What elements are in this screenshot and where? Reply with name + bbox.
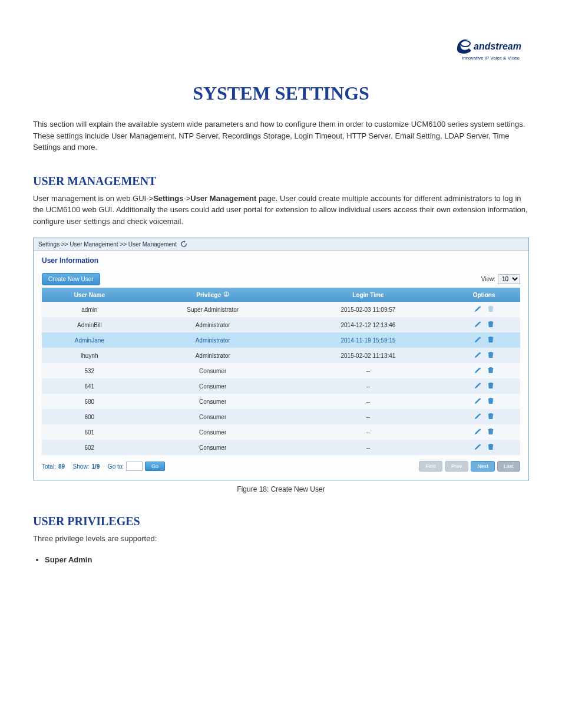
- cell-privilege: Consumer: [137, 378, 289, 394]
- cell-username: 680: [42, 394, 137, 409]
- um-path-2: User Management: [190, 194, 256, 203]
- breadcrumb: Settings >> User Management >> User Mana…: [34, 238, 528, 251]
- cell-logintime: --: [289, 409, 448, 424]
- breadcrumb-text: Settings >> User Management >> User Mana…: [38, 241, 177, 248]
- cell-logintime: --: [289, 363, 448, 378]
- list-item: Super Admin: [45, 553, 529, 566]
- edit-icon[interactable]: [474, 428, 481, 435]
- col-privilege-label: Privilege: [196, 292, 221, 298]
- table-footer-stats: Total: 89 Show: 1/9 Go to: Go: [42, 462, 165, 471]
- cell-username: 602: [42, 440, 137, 455]
- pager-first[interactable]: First: [419, 461, 442, 472]
- col-options: Options: [448, 288, 520, 302]
- cell-username: AdminJane: [42, 332, 137, 348]
- go-button[interactable]: Go: [145, 462, 165, 471]
- create-new-user-button[interactable]: Create New User: [42, 273, 100, 285]
- figure-user-management: Settings >> User Management >> User Mana…: [33, 238, 529, 480]
- cell-username: 601: [42, 424, 137, 440]
- svg-text:andstream: andstream: [474, 41, 521, 51]
- cell-username: 641: [42, 378, 137, 394]
- goto-input[interactable]: [126, 462, 143, 471]
- delete-icon[interactable]: [487, 336, 494, 343]
- figure-caption: Figure 18: Create New User: [33, 485, 529, 493]
- delete-icon[interactable]: [487, 413, 494, 420]
- table-row: 641Consumer--: [42, 378, 520, 394]
- cell-privilege: Consumer: [137, 424, 289, 440]
- edit-icon[interactable]: [474, 413, 481, 420]
- edit-icon[interactable]: [474, 382, 481, 389]
- user-table: User Name Privilege Login Time Options: [42, 288, 520, 455]
- section-user-privileges-heading: USER PRIVILEGES: [33, 515, 529, 528]
- cell-username: 600: [42, 409, 137, 424]
- col-privilege[interactable]: Privilege: [137, 288, 289, 302]
- refresh-icon[interactable]: [180, 241, 187, 248]
- panel-title: User Information: [42, 256, 520, 265]
- cell-privilege: Super Administrator: [137, 302, 289, 317]
- edit-icon[interactable]: [474, 321, 481, 328]
- cell-options: [448, 332, 520, 348]
- cell-privilege: Consumer: [137, 409, 289, 424]
- cell-logintime: --: [289, 440, 448, 455]
- pager-next[interactable]: Next: [471, 461, 495, 472]
- edit-icon[interactable]: [474, 305, 481, 312]
- cell-privilege: Administrator: [137, 332, 289, 348]
- user-management-desc: User management is on web GUI->Settings-…: [33, 193, 529, 228]
- pager-last[interactable]: Last: [497, 461, 520, 472]
- edit-icon[interactable]: [474, 351, 481, 358]
- edit-icon[interactable]: [474, 397, 481, 404]
- delete-icon[interactable]: [487, 382, 494, 389]
- table-row: 601Consumer--: [42, 424, 520, 440]
- table-row: 600Consumer--: [42, 409, 520, 424]
- delete-icon[interactable]: [487, 397, 494, 404]
- delete-icon[interactable]: [487, 428, 494, 435]
- bullet-super-admin: Super Admin: [45, 555, 92, 564]
- delete-icon[interactable]: [487, 443, 494, 450]
- user-privileges-text: Three privilege levels are supported:: [33, 533, 529, 545]
- cell-privilege: Consumer: [137, 440, 289, 455]
- col-logintime[interactable]: Login Time: [289, 288, 448, 302]
- delete-icon[interactable]: [487, 321, 494, 328]
- privilege-list: Super Admin: [45, 553, 529, 566]
- goto-label: Go to:: [108, 463, 124, 470]
- edit-icon[interactable]: [474, 443, 481, 450]
- cell-logintime: 2014-12-12 12:13:46: [289, 317, 448, 332]
- view-select[interactable]: 10: [498, 274, 520, 284]
- cell-logintime: 2015-02-03 11:09:57: [289, 302, 448, 317]
- delete-icon[interactable]: [487, 367, 494, 374]
- cell-options: [448, 394, 520, 409]
- cell-privilege: Consumer: [137, 394, 289, 409]
- pager: First Prev Next Last: [419, 461, 520, 472]
- edit-icon[interactable]: [474, 367, 481, 374]
- cell-username: lhuynh: [42, 348, 137, 363]
- cell-logintime: 2014-11-19 15:59:15: [289, 332, 448, 348]
- cell-options: [448, 378, 520, 394]
- cell-logintime: --: [289, 394, 448, 409]
- cell-privilege: Administrator: [137, 348, 289, 363]
- cell-options: [448, 348, 520, 363]
- cell-options: [448, 317, 520, 332]
- cell-privilege: Administrator: [137, 317, 289, 332]
- cell-username: AdminBill: [42, 317, 137, 332]
- sort-icon: [223, 291, 229, 298]
- col-username[interactable]: User Name: [42, 288, 137, 302]
- delete-icon: [487, 305, 494, 312]
- table-row: adminSuper Administrator2015-02-03 11:09…: [42, 302, 520, 317]
- total-value: 89: [58, 463, 65, 470]
- view-selector: View: 10: [481, 274, 520, 284]
- delete-icon[interactable]: [487, 351, 494, 358]
- cell-options: [448, 424, 520, 440]
- cell-options: [448, 302, 520, 317]
- table-row: 680Consumer--: [42, 394, 520, 409]
- table-row: AdminBillAdministrator2014-12-12 12:13:4…: [42, 317, 520, 332]
- um-path-1: Settings: [153, 194, 183, 203]
- cell-options: [448, 409, 520, 424]
- view-label: View:: [481, 276, 495, 282]
- cell-options: [448, 440, 520, 455]
- show-value: 1/9: [91, 463, 100, 470]
- cell-username: 532: [42, 363, 137, 378]
- intro-text: This section will explain the available …: [33, 118, 529, 153]
- pager-prev[interactable]: Prev: [445, 461, 469, 472]
- total-label: Total:: [42, 463, 56, 470]
- edit-icon[interactable]: [474, 336, 481, 343]
- cell-logintime: --: [289, 424, 448, 440]
